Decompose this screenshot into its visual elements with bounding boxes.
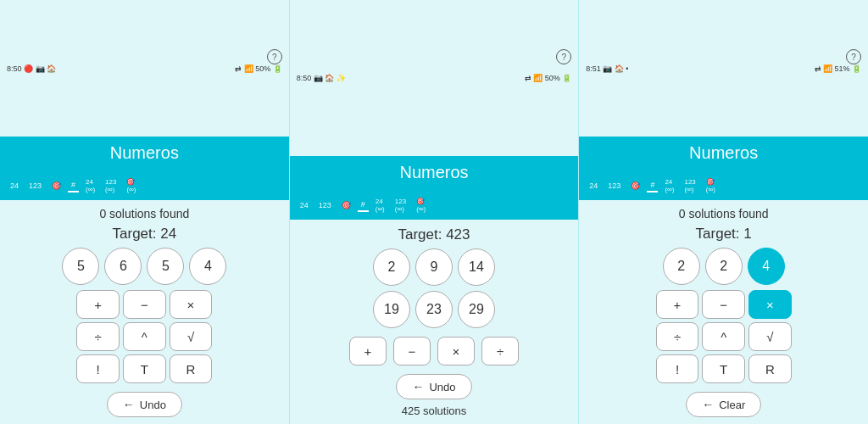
numbers-row-1: 5 6 5 4 — [62, 248, 226, 285]
op-minus-2[interactable]: − — [393, 337, 431, 365]
status-right-3: ⇄ 📶 51% 🔋 — [815, 64, 862, 73]
status-right-1: ⇄ 📶 50% 🔋 — [235, 64, 282, 73]
tab-bar-3: 24 123 🎯 # 24(∞) 123(∞) 🎯(∞) — [579, 168, 868, 200]
op-pow-3[interactable]: ^ — [702, 322, 745, 351]
app-header-3: Numeros — [579, 137, 868, 168]
tab-123inf-1[interactable]: 123(∞) — [102, 176, 120, 195]
number-bubble-2-5[interactable]: 29 — [458, 291, 495, 328]
status-bar-2: 8:50 📷 🏠 ✨ ⇄ 📶 50% 🔋 — [290, 0, 579, 156]
op-times-2[interactable]: × — [437, 337, 475, 365]
solutions-text-3: 0 solutions found — [679, 207, 769, 220]
app-title-3: Numeros — [689, 143, 758, 162]
op-fact-1[interactable]: ! — [76, 354, 120, 383]
undo-arrow-2: ← — [412, 380, 424, 393]
tab-bar-2: 24 123 🎯 # 24(∞) 123(∞) 🎯(∞) — [290, 187, 579, 220]
op-r-3[interactable]: R — [748, 354, 792, 383]
numbers-row-3: 2 2 4 — [663, 248, 785, 285]
panel-1: 8:50 🔴 📷 🏠 ⇄ 📶 50% 🔋 Numeros 24 123 🎯 # … — [0, 0, 290, 424]
op-plus-2[interactable]: + — [349, 337, 387, 365]
op-plus-3[interactable]: + — [656, 290, 699, 319]
tab-123inf-2[interactable]: 123(∞) — [392, 196, 409, 215]
op-minus-1[interactable]: − — [123, 290, 166, 319]
tab-targetinf-1[interactable]: 🎯(∞) — [123, 176, 139, 195]
tab-bar-1: 24 123 🎯 # 24(∞) 123(∞) 🎯(∞) — [0, 168, 289, 200]
app-header-2: Numeros — [290, 156, 579, 187]
status-time-1: 8:50 🔴 📷 🏠 — [7, 64, 56, 73]
undo-button-2[interactable]: ← Undo — [396, 374, 471, 399]
number-bubble-2-2[interactable]: 14 — [458, 248, 495, 286]
op-div-3[interactable]: ÷ — [656, 322, 699, 351]
number-bubble-2-0[interactable]: 2 — [373, 248, 410, 286]
undo-button-1[interactable]: ← Undo — [107, 392, 182, 417]
target-text-1: Target: 24 — [113, 226, 177, 243]
op-div-1[interactable]: ÷ — [76, 322, 120, 351]
app-title-1: Numeros — [110, 143, 179, 162]
question-badge-1[interactable]: ? — [267, 49, 282, 64]
status-time-3: 8:51 📷 🏠 • — [586, 64, 628, 73]
target-text-2: Target: 423 — [398, 226, 470, 243]
content-2: Target: 423 2 9 14 19 23 29 + − × ÷ — [290, 220, 579, 424]
clear-label-3: Clear — [719, 399, 745, 411]
operators-grid-3: + − × ÷ ^ √ ! T R — [656, 290, 792, 383]
op-t-1[interactable]: T — [123, 354, 166, 383]
operators-row-2: + − × ÷ — [349, 337, 519, 365]
panel-2: 8:50 📷 🏠 ✨ ⇄ 📶 50% 🔋 Numeros 24 123 🎯 # … — [290, 0, 580, 424]
tab-targetinf-3[interactable]: 🎯(∞) — [703, 176, 719, 195]
tab-hash-1[interactable]: # — [68, 179, 79, 192]
tab-target-3[interactable]: 🎯 — [627, 180, 643, 192]
tab-123-2[interactable]: 123 — [315, 199, 335, 211]
number-bubble-3-1[interactable]: 2 — [705, 248, 743, 285]
op-r-1[interactable]: R — [170, 354, 213, 383]
solutions-text-1: 0 solutions found — [99, 207, 189, 220]
content-3: 0 solutions found Target: 1 2 2 4 + − × … — [579, 200, 868, 424]
status-time-2: 8:50 📷 🏠 ✨ — [297, 74, 346, 82]
clear-button-3[interactable]: ← Clear — [686, 392, 761, 417]
tab-123-1[interactable]: 123 — [25, 180, 45, 192]
tab-24inf-3[interactable]: 24(∞) — [661, 176, 677, 195]
tab-24-2[interactable]: 24 — [297, 199, 312, 211]
op-t-3[interactable]: T — [702, 354, 745, 383]
app-title-2: Numeros — [399, 163, 468, 181]
tab-123-3[interactable]: 123 — [604, 180, 624, 192]
status-right-2: ⇄ 📶 50% 🔋 — [525, 74, 572, 82]
tab-targetinf-2[interactable]: 🎯(∞) — [413, 196, 429, 215]
tab-target-1[interactable]: 🎯 — [48, 180, 64, 192]
question-badge-3[interactable]: ? — [846, 49, 861, 64]
number-bubble-1-1[interactable]: 6 — [104, 248, 142, 285]
op-times-1[interactable]: × — [170, 290, 213, 319]
op-minus-3[interactable]: − — [702, 290, 745, 319]
number-bubble-1-2[interactable]: 5 — [147, 248, 184, 285]
panel-3: 8:51 📷 🏠 • ⇄ 📶 51% 🔋 Numeros 24 123 🎯 # … — [579, 0, 868, 424]
number-bubble-2-3[interactable]: 19 — [373, 291, 410, 328]
op-plus-1[interactable]: + — [76, 290, 120, 319]
op-times-3[interactable]: × — [748, 290, 792, 319]
tab-24-3[interactable]: 24 — [586, 180, 601, 192]
op-sqrt-3[interactable]: √ — [748, 322, 792, 351]
tab-123inf-3[interactable]: 123(∞) — [681, 176, 698, 195]
undo-arrow-1: ← — [123, 398, 135, 411]
tab-24inf-2[interactable]: 24(∞) — [372, 196, 388, 215]
tab-hash-3[interactable]: # — [647, 179, 658, 192]
op-div-2[interactable]: ÷ — [481, 337, 519, 365]
op-sqrt-1[interactable]: √ — [170, 322, 213, 351]
undo-label-1: Undo — [140, 399, 166, 411]
number-bubble-2-1[interactable]: 9 — [415, 248, 453, 286]
undo-label-2: Undo — [429, 381, 455, 393]
tab-target-2[interactable]: 🎯 — [338, 199, 354, 211]
tab-24inf-1[interactable]: 24(∞) — [82, 176, 98, 195]
number-bubble-1-0[interactable]: 5 — [62, 248, 99, 285]
number-bubble-1-3[interactable]: 4 — [189, 248, 226, 285]
op-pow-1[interactable]: ^ — [123, 322, 166, 351]
number-bubble-3-0[interactable]: 2 — [663, 248, 700, 285]
status-bar-1: 8:50 🔴 📷 🏠 ⇄ 📶 50% 🔋 — [0, 0, 289, 137]
number-bubble-3-2[interactable]: 4 — [748, 248, 785, 285]
tab-24-1[interactable]: 24 — [7, 180, 22, 192]
number-bubble-2-4[interactable]: 23 — [415, 291, 453, 328]
operators-grid-1: + − × ÷ ^ √ ! T R — [76, 290, 212, 383]
app-header-1: Numeros — [0, 137, 289, 168]
numbers-row-2a: 2 9 14 — [373, 248, 495, 286]
numbers-row-2b: 19 23 29 — [373, 291, 495, 328]
op-fact-3[interactable]: ! — [656, 354, 699, 383]
tab-hash-2[interactable]: # — [358, 198, 369, 212]
status-bar-3: 8:51 📷 🏠 • ⇄ 📶 51% 🔋 — [579, 0, 868, 137]
